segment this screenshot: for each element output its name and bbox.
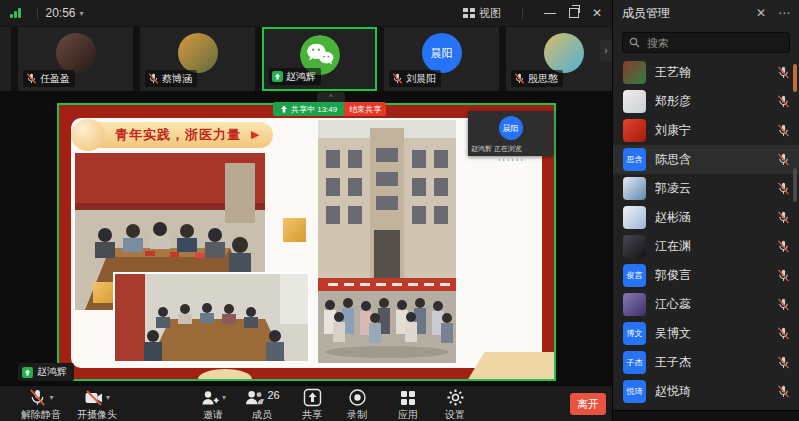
mic-muted-icon[interactable]	[777, 327, 790, 340]
participant-name-label: 赵鸿辉	[269, 68, 321, 85]
participant-tile[interactable]: 蔡博涵	[140, 27, 255, 91]
search-input[interactable]	[645, 36, 769, 50]
member-row[interactable]: 郑彤彦	[613, 87, 799, 116]
avatar	[544, 33, 584, 73]
member-row[interactable]: 俊言 郭俊言	[613, 261, 799, 290]
member-panel-footer	[613, 410, 799, 421]
share-screen-icon	[303, 388, 322, 407]
member-name: 郭俊言	[655, 267, 691, 284]
member-row[interactable]: 江心蕊	[613, 290, 799, 319]
avatar	[178, 33, 218, 73]
record-button[interactable]: 录制	[329, 388, 385, 421]
member-name: 江心蕊	[655, 296, 691, 313]
participant-tile[interactable]: 赵鸿辉	[262, 27, 377, 91]
unmute-button[interactable]: ▾ 解除静音	[13, 388, 69, 421]
participant-name: 任盈盈	[40, 72, 70, 86]
member-name: 郑彤彦	[655, 93, 691, 110]
meeting-timer: 20:56	[46, 6, 76, 20]
member-row[interactable]: 刘康宁	[613, 116, 799, 145]
mic-muted-icon[interactable]	[777, 298, 790, 311]
camera-on-button[interactable]: ▾ 开摄像头	[69, 388, 125, 421]
chevron-down-icon: ▾	[222, 393, 226, 402]
mic-muted-icon[interactable]	[777, 66, 790, 79]
leave-meeting-button[interactable]: 离开	[570, 393, 606, 415]
member-name: 赵悦琦	[655, 383, 691, 400]
share-arrow-icon	[280, 105, 288, 113]
mic-muted-icon[interactable]	[777, 356, 790, 369]
sharer-name-label: 赵鸿辉	[18, 363, 74, 381]
member-row[interactable]: 思含 陈思含	[613, 145, 799, 174]
avatar: 俊言	[623, 264, 646, 287]
mic-muted-icon[interactable]	[777, 385, 790, 398]
mic-muted-icon[interactable]	[777, 269, 790, 282]
mic-status-icon	[272, 71, 283, 82]
sharing-status: 共享中 13:49	[273, 102, 344, 116]
mic-muted-icon[interactable]	[777, 182, 790, 195]
scrollbar-thumb[interactable]	[793, 168, 797, 202]
member-row[interactable]: 赵彬涵	[613, 203, 799, 232]
member-name: 王子杰	[655, 354, 691, 371]
member-count-badge: 26	[267, 389, 279, 401]
mic-muted-icon[interactable]	[777, 124, 790, 137]
participant-tile[interactable]: 殷思憨	[506, 27, 612, 91]
meeting-window: 20:56 ▾ 视图 — ✕ 任盈盈 蔡博涵	[0, 0, 799, 421]
member-panel-header: 成员管理 ✕ ⋯	[613, 0, 799, 26]
top-bar: 20:56 ▾ 视图 — ✕	[0, 0, 612, 26]
settings-button[interactable]: 设置	[427, 388, 483, 421]
mic-muted-icon[interactable]	[777, 95, 790, 108]
mic-muted-icon[interactable]	[777, 240, 790, 253]
member-row[interactable]: 子杰 王子杰	[613, 348, 799, 377]
member-row[interactable]: 郭凌云	[613, 174, 799, 203]
scrollbar-thumb[interactable]	[793, 64, 797, 92]
participant-name-label: 任盈盈	[23, 70, 75, 87]
participant-tile-partial[interactable]	[0, 27, 11, 91]
invite-person-icon	[200, 388, 220, 408]
panel-more-button[interactable]: ⋯	[778, 6, 790, 20]
photo-group-building	[318, 120, 456, 363]
avatar: 晨阳	[422, 33, 462, 73]
record-icon	[348, 388, 367, 407]
participant-tile[interactable]: 晨阳 刘晨阳	[384, 27, 499, 91]
sidebar-collapse-handle[interactable]: ›	[600, 40, 612, 62]
invite-button[interactable]: ▾ 邀请	[185, 388, 241, 421]
avatar: 思含	[623, 148, 646, 171]
member-name: 吴博文	[655, 325, 691, 342]
stop-share-button[interactable]: 结束共享	[344, 102, 386, 116]
layout-grid-icon	[463, 8, 475, 18]
mic-muted-icon[interactable]	[777, 211, 790, 224]
restore-button[interactable]	[569, 8, 579, 18]
cream-wave-decor	[198, 369, 252, 381]
member-row[interactable]: 江在渊	[613, 232, 799, 261]
member-search-box[interactable]	[622, 32, 790, 53]
mic-muted-icon[interactable]	[777, 153, 790, 166]
member-panel: 成员管理 ✕ ⋯ 王艺翰 郑彤彦 刘康宁 思含 陈思含	[612, 0, 799, 421]
member-row[interactable]: 博文 吴博文	[613, 319, 799, 348]
close-button[interactable]: ✕	[592, 7, 602, 19]
participants-strip: 任盈盈 蔡博涵 赵鸿辉 晨阳 刘晨阳 殷思憨	[0, 27, 612, 91]
drag-handle-dots[interactable]	[497, 158, 523, 162]
chevron-down-icon: ▾	[49, 393, 53, 402]
participant-tile[interactable]: 任盈盈	[18, 27, 133, 91]
gear-icon	[446, 388, 465, 407]
avatar	[56, 33, 96, 73]
view-button[interactable]: 视图	[463, 6, 501, 21]
member-name: 郭凌云	[655, 180, 691, 197]
photo-conference	[113, 272, 310, 363]
panel-title: 成员管理	[622, 5, 670, 22]
member-row[interactable]: 王艺翰	[613, 58, 799, 87]
avatar	[623, 177, 646, 200]
minimize-button[interactable]: —	[544, 7, 556, 19]
floating-video-window[interactable]: 晨阳 赵鸿辉 正在浏览	[468, 111, 553, 156]
banner-ball-decor	[71, 119, 105, 151]
participant-name: 赵鸿辉	[286, 70, 316, 84]
participant-name-label: 殷思憨	[511, 70, 563, 87]
collapse-share-bar-button[interactable]: ^	[317, 92, 345, 102]
mic-status-icon	[26, 73, 37, 84]
member-row[interactable]: 悦琦 赵悦琦	[613, 377, 799, 406]
chevron-down-icon[interactable]: ▾	[80, 9, 84, 18]
panel-close-button[interactable]: ✕	[756, 6, 766, 20]
avatar	[623, 61, 646, 84]
participant-name: 蔡博涵	[162, 72, 192, 86]
mic-muted-icon	[28, 388, 47, 407]
members-button[interactable]: 26 成员	[234, 388, 290, 421]
